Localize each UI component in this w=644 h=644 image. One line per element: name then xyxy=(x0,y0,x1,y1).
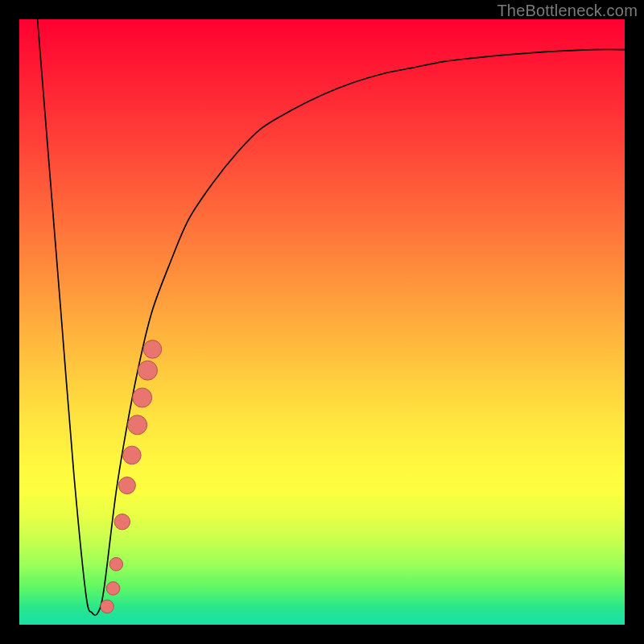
watermark-text: TheBottleneck.com xyxy=(497,2,638,20)
chart-frame: TheBottleneck.com xyxy=(0,0,644,644)
plot-area xyxy=(19,19,625,625)
